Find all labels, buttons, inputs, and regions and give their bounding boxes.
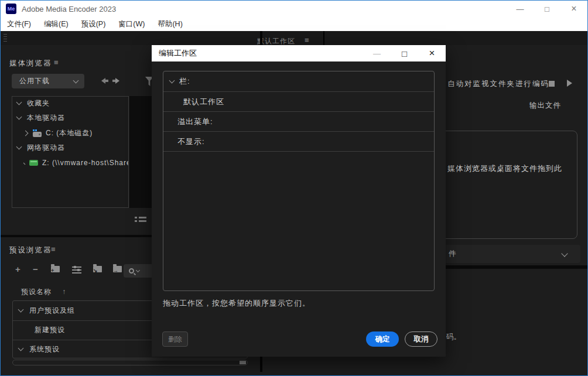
menu-edit[interactable]: 编辑(E) bbox=[37, 17, 75, 31]
import-preset-icon[interactable]: ↘ bbox=[93, 263, 102, 272]
tree-item-label: C: (本地磁盘) bbox=[46, 128, 93, 138]
expander-down-icon[interactable] bbox=[169, 77, 175, 83]
preset-row-label: 系统预设 bbox=[29, 344, 60, 354]
tree-item-c-drive[interactable]: C: (本地磁盘) bbox=[23, 128, 93, 138]
search-options-chevron-icon bbox=[136, 268, 140, 272]
tree-item-label: 网络驱动器 bbox=[27, 143, 65, 153]
dialog-hint-text: 拖动工作区，按您希望的顺序显示它们。 bbox=[163, 298, 310, 309]
arrow-tail bbox=[105, 80, 108, 82]
app-title: Adobe Media Encoder 2023 bbox=[22, 5, 116, 13]
tree-item-label: 本地驱动器 bbox=[27, 113, 65, 123]
media-source-dropdown[interactable]: 公用下载 bbox=[12, 74, 84, 88]
dialog-window-controls: — □ × bbox=[363, 45, 446, 61]
scrollbar-thumb[interactable] bbox=[240, 361, 246, 364]
chevron-down-icon bbox=[73, 77, 79, 83]
dialog-title: 编辑工作区 bbox=[159, 48, 197, 59]
tree-item-z-drive[interactable]: Z: (\\vmware-host\Shared F bbox=[23, 158, 128, 168]
edit-workspace-dialog: 编辑工作区 — □ × 栏: 默认工作区 溢出菜单: 不显示: 拖动工作区，按您… bbox=[152, 45, 446, 357]
ok-button[interactable]: 确定 bbox=[366, 331, 399, 347]
titlebar: Me Adobe Media Encoder 2023 — □ × bbox=[1, 1, 587, 17]
preset-browser-panel-menu-icon[interactable]: ≡ bbox=[51, 245, 56, 254]
media-browser-title[interactable]: 媒体浏览器 bbox=[9, 59, 52, 69]
maximize-button[interactable]: □ bbox=[534, 1, 560, 17]
workspace-row-label: 溢出菜单: bbox=[177, 117, 213, 127]
arrow-left-icon bbox=[98, 78, 105, 84]
dialog-titlebar[interactable]: 编辑工作区 — □ × bbox=[152, 45, 446, 61]
workspace-section-overflow[interactable]: 溢出菜单: bbox=[163, 112, 434, 132]
tree-item-label: 收藏夹 bbox=[27, 98, 50, 108]
preset-browser-title[interactable]: 预设浏览器 bbox=[9, 245, 52, 255]
media-browser-panel-menu-icon[interactable]: ≡ bbox=[54, 58, 59, 67]
network-drive-icon bbox=[29, 160, 38, 166]
arrow-right-icon bbox=[115, 78, 122, 84]
menubar: 文件(F) 编辑(E) 预设(P) 窗口(W) 帮助(H) bbox=[1, 17, 587, 31]
stop-icon[interactable] bbox=[549, 81, 555, 87]
menu-window[interactable]: 窗口(W) bbox=[112, 17, 151, 31]
tree-item-label: Z: (\\vmware-host\Shared F bbox=[42, 159, 128, 167]
expander-down-icon[interactable] bbox=[18, 346, 24, 351]
list-view-icon[interactable] bbox=[135, 215, 146, 222]
expander-down-icon[interactable] bbox=[18, 307, 24, 313]
back-button[interactable] bbox=[98, 78, 108, 84]
tree-item-local-drives[interactable]: 本地驱动器 bbox=[17, 112, 65, 123]
search-icon bbox=[129, 268, 134, 274]
app-window: Me Adobe Media Encoder 2023 — □ × 文件(F) … bbox=[0, 0, 588, 376]
workspace-section-hidden[interactable]: 不显示: bbox=[163, 132, 434, 152]
sort-up-icon: ↑ bbox=[62, 288, 66, 296]
forward-button[interactable] bbox=[112, 78, 122, 84]
dialog-maximize-button[interactable]: □ bbox=[391, 45, 418, 61]
dialog-minimize-button[interactable]: — bbox=[363, 45, 391, 61]
menu-preset[interactable]: 预设(P) bbox=[75, 17, 112, 31]
minimize-button[interactable]: — bbox=[507, 1, 534, 17]
app-logo-icon: Me bbox=[6, 4, 16, 14]
drop-hint-text: 媒体浏览器或桌面将文件拖到此 bbox=[447, 163, 562, 174]
format-dropdown-value: 件 bbox=[449, 249, 456, 259]
workspace-list: 栏: 默认工作区 溢出菜单: 不显示: bbox=[163, 71, 435, 291]
watch-folder-label: 自动对监视文件夹进行编码 bbox=[447, 79, 549, 89]
preset-sort-label: 预设名称 bbox=[21, 288, 52, 296]
workspace-row-label: 不显示: bbox=[177, 136, 205, 147]
close-button[interactable]: × bbox=[560, 1, 587, 17]
menu-help[interactable]: 帮助(H) bbox=[151, 17, 189, 31]
menu-file[interactable]: 文件(F) bbox=[1, 17, 37, 31]
expander-down-icon[interactable] bbox=[16, 114, 22, 119]
strip-divider bbox=[323, 31, 324, 45]
delete-button[interactable]: 删除 bbox=[162, 331, 188, 347]
horizontal-scrollbar[interactable] bbox=[12, 360, 248, 365]
workspace-row-label: 默认工作区 bbox=[183, 97, 224, 107]
workspace-item-default[interactable]: 默认工作区 bbox=[163, 92, 434, 112]
preset-settings-icon[interactable] bbox=[72, 266, 81, 274]
new-group-icon[interactable]: + bbox=[51, 263, 60, 272]
preset-row-label: 新建预设 bbox=[35, 325, 65, 335]
expander-down-icon[interactable] bbox=[16, 143, 22, 149]
list-view-line bbox=[139, 220, 146, 222]
export-preset-icon[interactable]: → bbox=[113, 263, 122, 272]
expander-right-icon[interactable] bbox=[23, 161, 25, 165]
play-icon[interactable] bbox=[567, 80, 576, 87]
tree-item-favorites[interactable]: 收藏夹 bbox=[17, 98, 50, 108]
workspace-row-label: 栏: bbox=[179, 76, 190, 87]
cancel-button[interactable]: 取消 bbox=[405, 331, 437, 347]
panel-grip-handle[interactable] bbox=[4, 34, 7, 43]
dialog-close-button[interactable]: × bbox=[418, 45, 446, 61]
workspace-section-bar[interactable]: 栏: bbox=[163, 71, 434, 92]
preset-sort-header[interactable]: 预设名称 ↑ bbox=[21, 287, 66, 297]
expander-right-icon[interactable] bbox=[23, 130, 29, 136]
window-controls: — □ × bbox=[507, 1, 587, 17]
output-file-header: 输出文件 bbox=[529, 101, 561, 111]
tree-item-network-drives[interactable]: 网络驱动器 bbox=[17, 142, 65, 153]
media-source-value: 公用下载 bbox=[19, 76, 50, 86]
local-drive-icon bbox=[33, 132, 42, 137]
encode-hint-partial: 码。 bbox=[446, 332, 461, 342]
list-view-line bbox=[139, 217, 146, 218]
workspace-tab-menu-icon[interactable]: ≡ bbox=[305, 36, 309, 45]
add-preset-icon[interactable]: + bbox=[15, 264, 20, 274]
remove-preset-icon[interactable]: − bbox=[33, 264, 38, 274]
expander-down-icon[interactable] bbox=[16, 99, 22, 105]
preset-row-label: 用户预设及组 bbox=[29, 306, 75, 316]
